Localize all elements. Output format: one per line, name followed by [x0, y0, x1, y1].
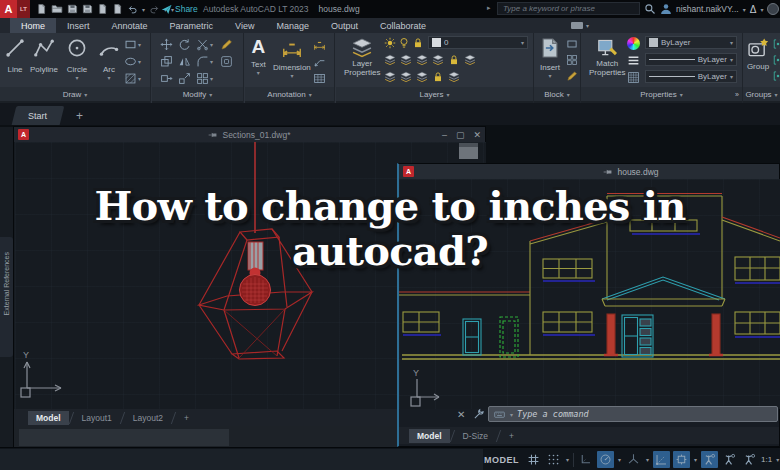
layer-select-dropdown[interactable]: 0 ▾ [428, 36, 528, 49]
annotation-scale-icon[interactable] [741, 451, 758, 468]
command-input[interactable]: ▾ Type a command [488, 406, 778, 422]
layer-tool-9[interactable] [416, 71, 428, 83]
block-tool-1[interactable] [566, 38, 578, 50]
object-snap-tracking-icon[interactable] [653, 451, 670, 468]
search-icon[interactable] [644, 3, 656, 15]
sections-window-titlebar[interactable]: A Sections_01.dwg* – ▢ ✕ [14, 127, 485, 142]
layer-tool-2[interactable] [400, 54, 412, 66]
command-wrench-icon[interactable] [473, 408, 485, 420]
account-dropdown-icon[interactable]: ▾ [760, 6, 763, 13]
object-color-dropdown[interactable]: ByLayer ▾ [645, 36, 737, 49]
iso-dropdown-icon[interactable]: ▾ [646, 456, 649, 463]
table-tool[interactable] [313, 72, 326, 85]
layer-tool-8[interactable] [400, 71, 412, 83]
scale-dropdown-icon[interactable]: ▾ [776, 456, 779, 463]
layer-tool-1[interactable] [384, 54, 396, 66]
block-tool-2[interactable] [566, 54, 578, 66]
polar-tracking-icon[interactable] [597, 451, 614, 468]
house-canvas[interactable]: Y [399, 179, 780, 409]
layer-tool-10[interactable] [432, 71, 444, 83]
stretch-tool[interactable] [160, 72, 173, 85]
layer-tool-7[interactable] [384, 71, 396, 83]
fillet-tool[interactable]: ▾ [196, 55, 213, 68]
save-as-icon[interactable] [82, 3, 93, 15]
layer-state-bulb-icon[interactable] [398, 37, 410, 49]
layer-tool-11[interactable] [448, 71, 460, 83]
scale-tool[interactable] [178, 72, 191, 85]
sections-command-input[interactable] [19, 429, 229, 446]
open-folder-icon[interactable] [51, 3, 63, 15]
dimension-tool[interactable]: Dimension▾ [273, 37, 311, 79]
panel-label-draw[interactable]: Draw▾ [0, 87, 150, 101]
sections-tab-layout2[interactable]: Layout2 [125, 411, 171, 425]
erase-tool[interactable] [220, 38, 233, 51]
object-snap-icon[interactable] [673, 451, 690, 468]
command-dropdown-icon[interactable]: ▾ [510, 411, 513, 418]
layer-tool-5[interactable] [448, 54, 460, 66]
autoscale-icon[interactable] [721, 451, 738, 468]
tab-view[interactable]: View [224, 18, 265, 33]
tab-annotate[interactable]: Annotate [101, 18, 159, 33]
maximize-button[interactable]: ▢ [456, 130, 465, 140]
layer-state-lock-icon[interactable] [412, 37, 424, 49]
dimension-style-tool[interactable] [313, 38, 326, 51]
house-tab-dsize[interactable]: D-Size [455, 429, 497, 443]
hatch-tool[interactable]: ▾ [124, 72, 141, 85]
panel-label-layers[interactable]: Layers▾ [336, 87, 533, 101]
new-file-icon[interactable] [36, 3, 47, 15]
start-tab[interactable]: Start [12, 106, 65, 125]
copy-tool[interactable] [160, 55, 173, 68]
layer-state-sun-icon[interactable] [384, 37, 396, 49]
new-drawing-tab-button[interactable]: + [76, 106, 83, 125]
annotation-visibility-icon[interactable] [701, 451, 718, 468]
trim-tool[interactable]: ▾ [196, 38, 213, 51]
undo-icon[interactable] [127, 4, 138, 15]
sections-tab-layout1[interactable]: Layout1 [74, 411, 120, 425]
tab-manage[interactable]: Manage [265, 18, 320, 33]
close-button[interactable]: ✕ [473, 130, 481, 140]
osnap-dropdown-icon[interactable]: ▾ [694, 456, 697, 463]
ellipse-tool[interactable]: ▾ [124, 55, 141, 68]
annotation-scale-value[interactable]: 1:1 [761, 455, 772, 464]
house-window-titlebar[interactable]: A house.dwg [399, 164, 779, 179]
layer-tool-4[interactable] [432, 54, 444, 66]
panel-label-properties[interactable]: Properties▾» [581, 87, 742, 101]
tab-insert[interactable]: Insert [56, 18, 101, 33]
group-tool-1[interactable] [772, 38, 780, 50]
tab-home[interactable]: Home [10, 18, 56, 33]
offset-tool[interactable] [220, 55, 233, 68]
user-dropdown-icon[interactable]: ▾ [743, 6, 746, 13]
insert-block-tool[interactable]: Insert▾ [539, 37, 561, 79]
model-space-label[interactable]: MODEL [484, 455, 519, 465]
ortho-mode-icon[interactable] [577, 451, 594, 468]
share-button[interactable]: Share [161, 0, 198, 18]
navigation-bar[interactable] [459, 143, 478, 159]
search-input[interactable]: Type a keyword or phrase [497, 2, 640, 15]
sections-tab-model[interactable]: Model [28, 411, 69, 425]
print-icon[interactable] [112, 3, 123, 15]
tab-collaborate[interactable]: Collaborate [369, 18, 437, 33]
autodesk-account-icon[interactable]: Δ [750, 4, 757, 15]
redo-icon[interactable] [149, 4, 160, 15]
plot-icon[interactable] [97, 3, 108, 15]
mirror-tool[interactable] [178, 55, 191, 68]
user-avatar-icon[interactable] [660, 3, 672, 15]
help-icon[interactable] [767, 3, 779, 15]
rectangle-tool[interactable]: ▾ [124, 38, 141, 51]
snap-dropdown-icon[interactable]: ▾ [566, 456, 569, 463]
external-references-palette[interactable]: External References [0, 127, 13, 447]
panel-expand-icon[interactable]: » [735, 91, 739, 98]
tab-parametric[interactable]: Parametric [159, 18, 225, 33]
layer-properties-tool[interactable]: LayerProperties [344, 37, 380, 77]
minimize-button[interactable]: – [442, 130, 447, 140]
search-expand-icon[interactable]: ▸ [487, 4, 491, 12]
snap-mode-icon[interactable] [545, 451, 562, 468]
grid-display-icon[interactable] [525, 451, 542, 468]
array-tool[interactable]: ▾ [196, 72, 213, 85]
polar-dropdown-icon[interactable]: ▾ [618, 456, 621, 463]
lineweight-dropdown[interactable]: ByLayer ▾ [645, 70, 737, 83]
command-close-icon[interactable]: ✕ [457, 409, 465, 420]
line-tool[interactable]: Line [4, 37, 26, 74]
isometric-drafting-icon[interactable] [625, 451, 642, 468]
group-tool-2[interactable] [772, 54, 780, 66]
